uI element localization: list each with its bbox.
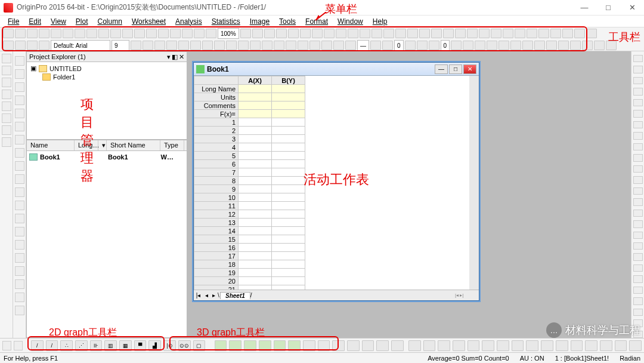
toolbar-icon[interactable]	[534, 41, 545, 50]
toolbar-icon[interactable]	[510, 41, 521, 50]
toolbar-icon[interactable]	[455, 29, 466, 38]
2d-graph-icon[interactable]: /	[46, 340, 58, 351]
3d-graph-icon[interactable]	[274, 340, 286, 351]
toolbar-icon[interactable]	[383, 29, 394, 38]
menu-analysis[interactable]: Analysis	[171, 17, 206, 26]
side-tool-icon[interactable]	[633, 55, 643, 62]
pe-list[interactable]: Book1 Book1 W…	[26, 151, 187, 338]
side-tool-icon[interactable]	[633, 88, 643, 95]
toolbar-icon[interactable]	[515, 29, 525, 38]
side-tool-icon[interactable]	[633, 198, 643, 205]
toolbar-icon[interactable]	[360, 29, 370, 38]
side-tool-icon[interactable]	[2, 137, 11, 147]
toolbar-icon[interactable]	[491, 29, 501, 38]
side-tool-icon[interactable]	[15, 187, 24, 197]
toolbar-icon[interactable]	[348, 29, 358, 38]
side-tool-icon[interactable]	[15, 96, 24, 105]
minimize-button[interactable]: —	[572, 0, 596, 16]
2d-graph-icon[interactable]: ⊪	[90, 340, 103, 351]
side-tool-icon[interactable]	[15, 240, 24, 250]
book-min-button[interactable]: —	[435, 64, 448, 74]
toolbar-icon[interactable]	[39, 41, 49, 50]
sheet-tab[interactable]: Sheet1	[220, 292, 250, 299]
side-tool-icon[interactable]	[15, 214, 24, 223]
side-tool-icon[interactable]	[633, 110, 643, 117]
right-toolbar[interactable]	[631, 51, 644, 338]
toolbar-icon[interactable]	[166, 41, 177, 50]
bottom-right-icon[interactable]	[467, 340, 480, 351]
toolbar-combo[interactable]: 100%	[218, 28, 239, 39]
toolbar-row-1[interactable]: 100%	[3, 27, 641, 39]
toolbar-icon[interactable]	[582, 41, 593, 50]
side-tool-icon[interactable]	[15, 174, 24, 184]
tab-nav-prev[interactable]: ◂	[205, 292, 208, 299]
toolbar-icon[interactable]	[300, 29, 311, 38]
book-max-button[interactable]: □	[449, 64, 462, 74]
toolbar-icon[interactable]	[451, 41, 462, 50]
toolbar-icon[interactable]	[154, 41, 165, 50]
toolbar-icon[interactable]	[429, 41, 439, 50]
bottom-right-icon[interactable]	[453, 340, 465, 351]
3d-graph-icon[interactable]	[332, 340, 345, 351]
toolbar-icon[interactable]	[182, 29, 193, 38]
side-tool-icon[interactable]	[633, 275, 643, 282]
3d-graph-icon[interactable]	[244, 340, 256, 351]
bottom-tool-icon[interactable]	[14, 341, 23, 350]
bottom-right-icon[interactable]	[438, 340, 450, 351]
bottom-right-icon[interactable]	[526, 340, 538, 351]
menu-image[interactable]: Image	[246, 17, 274, 26]
side-tool-icon[interactable]	[15, 253, 24, 263]
tab-nav-next[interactable]: ▸	[212, 292, 215, 299]
toolbar-icon[interactable]	[312, 29, 323, 38]
toolbar-icon[interactable]	[286, 41, 296, 50]
toolbar-icon[interactable]	[463, 41, 473, 50]
menu-column[interactable]: Column	[94, 17, 126, 26]
side-tool-icon[interactable]	[15, 266, 24, 276]
toolbar-icon[interactable]	[158, 29, 169, 38]
side-tool-icon[interactable]	[633, 232, 643, 239]
bottom-right-icon[interactable]	[629, 340, 642, 351]
toolbar-icon[interactable]	[298, 41, 308, 50]
toolbar-icon[interactable]	[27, 41, 38, 50]
menu-worksheet[interactable]: Worksheet	[128, 17, 170, 26]
list-name[interactable]: Book1	[40, 153, 60, 161]
toolbar-icon[interactable]	[594, 41, 605, 50]
2d-graph-icon[interactable]: |⊙	[163, 340, 176, 351]
toolbar-icon[interactable]	[395, 29, 406, 38]
3d-graph-icon[interactable]	[215, 340, 227, 351]
bottom-right-icon[interactable]	[556, 340, 568, 351]
book-close-button[interactable]: ✕	[463, 64, 476, 74]
toolbar-icon[interactable]	[333, 41, 344, 50]
2d-graph-icon[interactable]: ▢	[193, 340, 206, 351]
side-tool-icon[interactable]	[15, 201, 24, 210]
side-tool-icon[interactable]	[15, 122, 24, 131]
toolbar-icon[interactable]	[550, 29, 561, 38]
side-tool-icon[interactable]	[633, 165, 643, 173]
book-titlebar[interactable]: Book1 — □ ✕	[194, 63, 479, 76]
side-tool-icon[interactable]	[633, 242, 643, 250]
toolbar-icon[interactable]	[467, 29, 478, 38]
3d-graph-icon[interactable]	[376, 340, 389, 351]
3d-graph-icon[interactable]	[347, 340, 360, 351]
2d-graph-icon[interactable]: ⊙⊙	[178, 340, 191, 351]
bottom-right-icon[interactable]	[408, 340, 421, 351]
toolbar-icon[interactable]	[522, 41, 533, 50]
2d-graph-icon[interactable]: ∴	[60, 340, 73, 351]
pe-pin-icon[interactable]: ▾	[167, 53, 171, 61]
toolbar-icon[interactable]	[487, 41, 497, 50]
2d-graph-icon[interactable]: ▟	[148, 340, 161, 351]
menu-tools[interactable]: Tools	[275, 17, 300, 26]
bottom-right-icon[interactable]	[541, 340, 553, 351]
side-tool-icon[interactable]	[2, 101, 11, 111]
status-au[interactable]: AU : ON	[520, 355, 544, 362]
side-tool-icon[interactable]	[15, 148, 24, 158]
toolbar-icon[interactable]	[405, 41, 416, 50]
menu-statistics[interactable]: Statistics	[208, 17, 244, 26]
toolbar-icon[interactable]	[499, 41, 509, 50]
toolbar-row-2[interactable]: Default: Arial9—00	[3, 39, 641, 51]
vertical-scrollbar[interactable]	[469, 76, 479, 290]
2d-graph-icon[interactable]: ⋰	[75, 340, 88, 351]
font-combo[interactable]: Default: Arial	[51, 40, 110, 51]
toolbar-icon[interactable]	[562, 29, 573, 38]
toolbar-icon[interactable]	[134, 29, 145, 38]
